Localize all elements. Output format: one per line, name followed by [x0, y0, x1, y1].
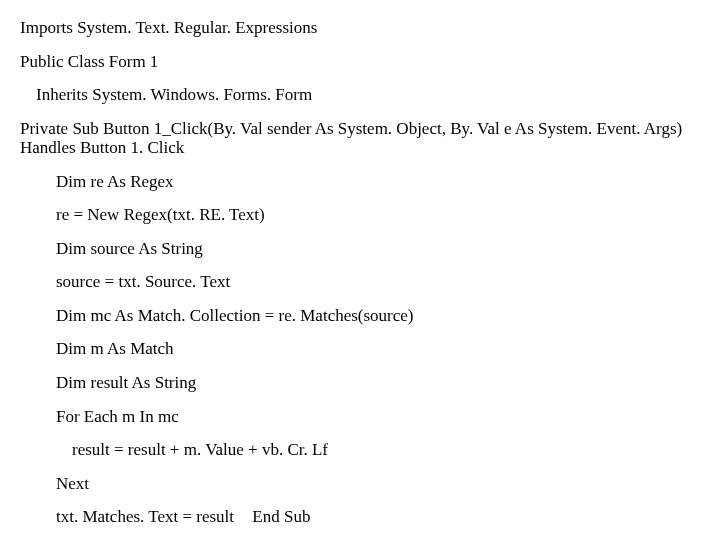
code-line: Private Sub Button 1_Click(By. Val sende…	[20, 119, 700, 158]
code-line: Next	[20, 474, 700, 494]
code-line: Dim result As String	[20, 373, 700, 393]
code-line: txt. Matches. Text = result End Sub	[20, 507, 700, 527]
code-line: re = New Regex(txt. RE. Text)	[20, 205, 700, 225]
code-line: Imports System. Text. Regular. Expressio…	[20, 18, 700, 38]
code-line: For Each m In mc	[20, 407, 700, 427]
code-line: Dim mc As Match. Collection = re. Matche…	[20, 306, 700, 326]
code-line: Dim m As Match	[20, 339, 700, 359]
code-text: txt. Matches. Text = result	[56, 507, 234, 526]
code-line: Inherits System. Windows. Forms. Form	[20, 85, 700, 105]
code-line: result = result + m. Value + vb. Cr. Lf	[20, 440, 700, 460]
code-line: Dim re As Regex	[20, 172, 700, 192]
code-line: Dim source As String	[20, 239, 700, 259]
code-line: Public Class Form 1	[20, 52, 700, 72]
code-listing: Imports System. Text. Regular. Expressio…	[0, 0, 720, 540]
code-line: source = txt. Source. Text	[20, 272, 700, 292]
code-text: End Sub	[252, 507, 310, 527]
